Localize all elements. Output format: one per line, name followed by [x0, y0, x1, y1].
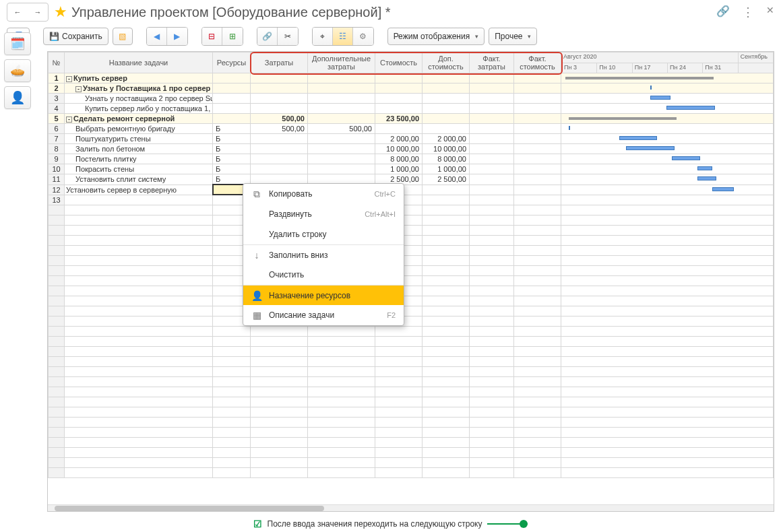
cell-actvalue[interactable] — [514, 164, 561, 174]
cell-task[interactable]: Выбрать ремонтную бригаду — [65, 124, 213, 134]
tree-view-button[interactable]: ☷ — [333, 28, 353, 45]
cell-addvalue[interactable]: 8 000,00 — [423, 154, 470, 164]
cell-addvalue[interactable]: 2 500,00 — [423, 174, 470, 185]
table-row[interactable]: 12Установить сервер в серверную — [49, 185, 774, 195]
cell-actvalue[interactable] — [514, 104, 561, 114]
cell-cost[interactable] — [251, 164, 308, 174]
collapse-button[interactable]: ⊟ — [202, 28, 222, 45]
sidebar-calendar-button[interactable]: 🗓️ — [4, 32, 31, 55]
cell-task[interactable]: -Сделать ремонт серверной — [65, 114, 213, 124]
link-icon[interactable]: 🔗 — [716, 5, 730, 20]
cell-actcost[interactable] — [470, 104, 514, 114]
context-menu-item[interactable]: ▦Описание задачиF2 — [243, 305, 404, 325]
table-row[interactable]: 13 — [49, 195, 774, 205]
cell-res[interactable] — [213, 104, 251, 114]
cell-value[interactable] — [375, 104, 423, 114]
cell-res[interactable]: Б — [213, 124, 251, 134]
cell-addcost[interactable] — [308, 84, 375, 94]
context-menu-item[interactable]: ↓Заполнить вниз — [243, 244, 404, 265]
cell-actcost[interactable] — [470, 94, 514, 104]
table-row[interactable]: 6Выбрать ремонтную бригадуБ500,00500,00 — [49, 124, 774, 134]
cell-addvalue[interactable] — [423, 84, 470, 94]
context-menu-item[interactable]: ⧉КопироватьCtrl+C — [243, 184, 404, 204]
footer-slider[interactable] — [487, 519, 528, 529]
filter-clear-button[interactable]: ⌖ — [313, 28, 333, 45]
cell-addvalue[interactable] — [423, 124, 470, 134]
table-row[interactable]: 2-Узнать у Поставщика 1 про сервер HP — [49, 84, 774, 94]
display-mode-dropdown[interactable]: Режим отображения — [387, 28, 485, 45]
cell-task[interactable]: Покрасить стены — [65, 164, 213, 174]
data-grid[interactable]: № Название задачи Ресурсы Затраты Дополн… — [48, 52, 774, 478]
cell-addcost[interactable] — [308, 73, 375, 84]
cell-addcost[interactable] — [308, 144, 375, 154]
cell-task[interactable]: Поштукатурить стены — [65, 134, 213, 144]
cell-task[interactable]: Установить сервер в серверную — [65, 185, 213, 195]
cell-addvalue[interactable] — [423, 104, 470, 114]
close-icon[interactable]: ✕ — [766, 5, 774, 20]
table-row[interactable]: 10Покрасить стеныБ1 000,001 000,00 — [49, 164, 774, 174]
cell-actvalue[interactable] — [514, 84, 561, 94]
menu-dots-icon[interactable]: ⋮ — [742, 5, 754, 20]
table-row[interactable]: 3Узнать у поставщика 2 про сервер Superm… — [49, 94, 774, 104]
cell-res[interactable] — [213, 84, 251, 94]
cell-actvalue[interactable] — [514, 174, 561, 185]
table-row[interactable]: 4Купить сервер либо у поставщика 1, — [49, 104, 774, 114]
col-actvalue[interactable]: Факт. стоимость — [514, 53, 561, 73]
col-actcost[interactable]: Факт. затраты — [470, 53, 514, 73]
cell-actvalue[interactable] — [514, 94, 561, 104]
cell-cost[interactable]: 500,00 — [251, 124, 308, 134]
cell-actcost[interactable] — [470, 164, 514, 174]
cell-addvalue[interactable] — [423, 114, 470, 124]
cell-value[interactable] — [375, 84, 423, 94]
cell-res[interactable] — [213, 73, 251, 84]
table-row[interactable]: 7Поштукатурить стеныБ2 000,002 000,00 — [49, 134, 774, 144]
cell-actcost[interactable] — [470, 144, 514, 154]
col-num[interactable]: № — [49, 53, 65, 73]
cell-value[interactable] — [375, 124, 423, 134]
cell-addcost[interactable] — [308, 164, 375, 174]
table-row[interactable]: 9Постелить плиткуБ8 000,008 000,00 — [49, 154, 774, 164]
cell-res[interactable] — [213, 114, 251, 124]
cell-value[interactable] — [375, 94, 423, 104]
cell-actvalue[interactable] — [514, 185, 561, 195]
col-task[interactable]: Название задачи — [65, 53, 213, 73]
cell-actcost[interactable] — [470, 114, 514, 124]
cell-actcost[interactable] — [470, 124, 514, 134]
cell-cost[interactable] — [251, 154, 308, 164]
cell-value[interactable]: 8 000,00 — [375, 154, 423, 164]
checkbox-icon[interactable]: ☑ — [253, 519, 262, 529]
nav-left-button[interactable]: ◀ — [147, 28, 167, 45]
scrollbar-thumb[interactable] — [55, 506, 324, 511]
cell-addvalue[interactable]: 1 000,00 — [423, 164, 470, 174]
save-button[interactable]: 💾 Сохранить — [43, 28, 108, 45]
cell-cost[interactable] — [251, 104, 308, 114]
col-addcost[interactable]: Дополнительные затраты — [308, 53, 375, 73]
cell-addvalue[interactable]: 2 000,00 — [423, 134, 470, 144]
cell-actcost[interactable] — [470, 84, 514, 94]
cell-addcost[interactable]: 500,00 — [308, 124, 375, 134]
cell-cost[interactable]: 500,00 — [251, 114, 308, 124]
context-menu-item[interactable]: 👤Назначение ресурсов — [243, 285, 404, 305]
cell-addcost[interactable] — [308, 154, 375, 164]
col-value[interactable]: Стоимость — [375, 53, 423, 73]
cell-addcost[interactable] — [308, 104, 375, 114]
cell-addvalue[interactable] — [423, 185, 470, 195]
col-res[interactable]: Ресурсы — [213, 53, 251, 73]
cell-actvalue[interactable] — [514, 195, 561, 205]
cell-task[interactable]: Узнать у поставщика 2 про сервер Supermi… — [65, 94, 213, 104]
cell-actcost[interactable] — [470, 195, 514, 205]
back-button[interactable]: ← — [9, 5, 26, 20]
cell-actcost[interactable] — [470, 73, 514, 84]
cell-actvalue[interactable] — [514, 114, 561, 124]
horizontal-scrollbar[interactable] — [48, 504, 774, 511]
cell-task[interactable]: -Узнать у Поставщика 1 про сервер HP — [65, 84, 213, 94]
cell-task[interactable]: Купить сервер либо у поставщика 1, — [65, 104, 213, 114]
cell-res[interactable] — [213, 94, 251, 104]
table-row[interactable]: 11Установить сплит системуБ2 500,002 500… — [49, 174, 774, 185]
cell-addvalue[interactable] — [423, 73, 470, 84]
cell-value[interactable]: 10 000,00 — [375, 144, 423, 154]
cell-cost[interactable] — [251, 84, 308, 94]
expand-button[interactable]: ⊞ — [222, 28, 243, 45]
table-row[interactable]: 5-Сделать ремонт серверной500,0023 500,0… — [49, 114, 774, 124]
cell-task[interactable]: Залить пол бетоном — [65, 144, 213, 154]
